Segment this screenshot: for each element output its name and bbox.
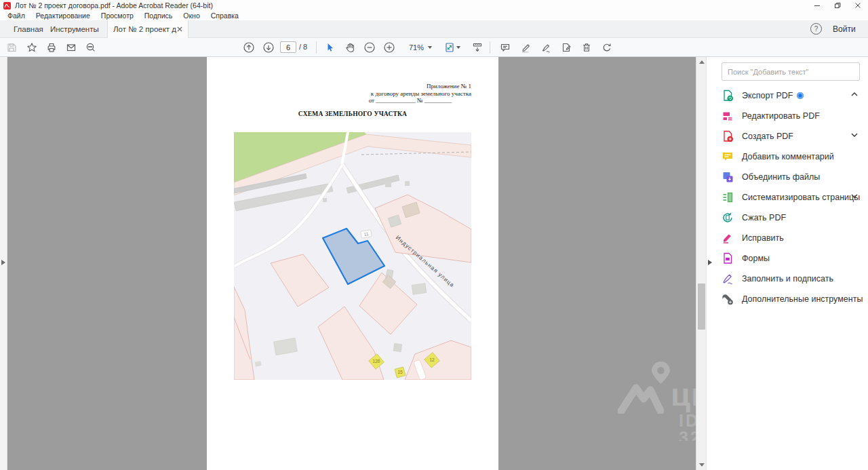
tool-organize-pages[interactable]: Систематизировать страницы bbox=[707, 187, 868, 208]
tool-label: Дополнительные инструменты bbox=[742, 294, 863, 304]
watermark-id-text: ID 32 bbox=[679, 412, 696, 441]
cian-watermark: циан ID 32 bbox=[612, 358, 696, 441]
scroll-up-icon[interactable] bbox=[696, 57, 707, 67]
page-title: СХЕМА ЗЕМЕЛЬНОГО УЧАСТКА bbox=[207, 111, 498, 117]
acrobat-reader-window: Лот № 2 проект договора.pdf - Adobe Acro… bbox=[0, 0, 868, 470]
refresh-icon[interactable] bbox=[599, 40, 615, 55]
zoom-level-dropdown[interactable]: 71% bbox=[404, 41, 437, 53]
tool-list: Экспорт PDF Редактировать PDF bbox=[707, 85, 868, 309]
building-label: 15 bbox=[395, 367, 406, 378]
export-pdf-icon bbox=[722, 90, 734, 102]
tab-close-icon[interactable] bbox=[177, 26, 182, 32]
window-title: Лот № 2 проект договора.pdf - Adobe Acro… bbox=[15, 1, 213, 9]
location-pin-icon bbox=[652, 361, 670, 384]
expand-left-panel-icon[interactable] bbox=[1, 260, 5, 265]
menu-file[interactable]: Файл bbox=[2, 12, 31, 20]
left-panel-strip bbox=[0, 57, 7, 470]
content-area: Приложение № 1 к договору аренды земельн… bbox=[0, 57, 868, 470]
tool-label: Систематизировать страницы bbox=[742, 193, 860, 202]
fit-width-icon[interactable] bbox=[469, 40, 486, 55]
minimize-icon[interactable] bbox=[807, 0, 827, 11]
delete-icon[interactable] bbox=[578, 40, 595, 55]
select-tool-icon[interactable] bbox=[321, 40, 338, 55]
pdf-page: Приложение № 1 к договору аренды земельн… bbox=[207, 57, 498, 470]
compress-pdf-icon bbox=[722, 212, 734, 224]
fill-sign-pen-icon bbox=[722, 273, 734, 285]
print-icon[interactable] bbox=[43, 40, 60, 55]
star-icon[interactable] bbox=[24, 40, 40, 55]
premium-badge bbox=[797, 92, 804, 99]
title-bar: Лот № 2 проект договора.pdf - Adobe Acro… bbox=[0, 0, 868, 11]
search-icon[interactable] bbox=[83, 40, 99, 55]
add-comment-icon[interactable] bbox=[497, 40, 513, 55]
menu-help[interactable]: Справка bbox=[205, 12, 244, 20]
save-icon[interactable] bbox=[3, 40, 20, 55]
tool-more-tools[interactable]: Дополнительные инструменты bbox=[707, 289, 868, 309]
tool-redact[interactable]: Исправить bbox=[707, 228, 868, 248]
sign-pen-icon[interactable] bbox=[538, 40, 554, 55]
help-glyph: ? bbox=[814, 25, 818, 33]
tool-label: Заполнить и подписать bbox=[742, 274, 833, 283]
svg-text:12: 12 bbox=[429, 357, 435, 362]
tool-combine-files[interactable]: Объединить файлы bbox=[707, 167, 868, 187]
hand-tool-icon[interactable] bbox=[342, 40, 358, 55]
menu-view[interactable]: Просмотр bbox=[96, 12, 139, 20]
help-icon[interactable]: ? bbox=[810, 23, 822, 35]
tools-sidebar: Экспорт PDF Редактировать PDF bbox=[706, 57, 868, 470]
tool-export-pdf[interactable]: Экспорт PDF bbox=[707, 85, 868, 106]
page-number-input[interactable]: 6 bbox=[280, 41, 296, 53]
edit-pdf-icon bbox=[722, 110, 734, 122]
menu-edit[interactable]: Редактирование bbox=[31, 12, 96, 20]
more-tools-icon bbox=[722, 293, 734, 305]
page-fit-dropdown-icon[interactable] bbox=[442, 40, 462, 55]
restore-icon[interactable] bbox=[827, 0, 848, 11]
organize-pages-icon bbox=[722, 191, 734, 203]
tool-create-pdf[interactable]: Создать PDF bbox=[707, 126, 868, 146]
document-background: Приложение № 1 к договору аренды земельн… bbox=[7, 57, 696, 470]
sign-in-label: Войти bbox=[833, 24, 856, 34]
tool-add-comment[interactable]: Добавить комментарий bbox=[707, 146, 868, 167]
next-page-icon[interactable] bbox=[260, 40, 277, 55]
tab-tools[interactable]: Инструменты bbox=[42, 20, 107, 38]
redact-pen-icon bbox=[722, 232, 734, 244]
close-icon[interactable] bbox=[848, 0, 868, 11]
chevron-down-icon bbox=[428, 46, 432, 49]
tool-compress-pdf[interactable]: Сжать PDF bbox=[707, 208, 868, 228]
scroll-down-icon[interactable] bbox=[696, 460, 707, 470]
zoom-in-icon[interactable] bbox=[381, 40, 397, 55]
tools-search-input[interactable] bbox=[722, 62, 860, 81]
tool-label: Исправить bbox=[742, 233, 784, 243]
appendix-line: к договору аренды земельного участка bbox=[302, 90, 471, 98]
svg-text:15: 15 bbox=[397, 370, 403, 374]
create-pdf-icon bbox=[722, 130, 734, 142]
vertical-scrollbar[interactable] bbox=[696, 57, 706, 470]
acrobat-app-icon bbox=[3, 2, 11, 9]
menu-window[interactable]: Окно bbox=[178, 12, 205, 20]
page-edit-icon[interactable] bbox=[558, 40, 574, 55]
tool-edit-pdf[interactable]: Редактировать PDF bbox=[707, 106, 868, 126]
tool-label: Экспорт PDF bbox=[742, 91, 793, 100]
sign-in-button[interactable]: Войти bbox=[833, 23, 856, 35]
email-icon[interactable] bbox=[63, 40, 79, 55]
highlight-pen-icon[interactable] bbox=[517, 40, 534, 55]
combine-files-icon bbox=[722, 171, 734, 183]
appendix-line: от _____________ № _________ bbox=[349, 97, 471, 104]
tab-bar: Главная Инструменты Лот № 2 проект д... … bbox=[0, 20, 868, 38]
chevron-down-icon[interactable] bbox=[850, 193, 859, 199]
zoom-level-value: 71% bbox=[409, 43, 424, 52]
zoom-out-icon[interactable] bbox=[361, 40, 378, 55]
chevron-down-icon[interactable] bbox=[850, 132, 859, 138]
forms-icon bbox=[722, 252, 734, 265]
tool-fill-sign[interactable]: Заполнить и подписать bbox=[707, 269, 868, 289]
tool-forms[interactable]: Формы bbox=[707, 248, 868, 269]
tab-tools-label: Инструменты bbox=[50, 25, 99, 33]
land-plot-map: 11 12б 15 12 bbox=[234, 132, 471, 380]
previous-page-icon[interactable] bbox=[241, 40, 257, 55]
tab-document[interactable]: Лот № 2 проект д... bbox=[107, 20, 189, 38]
scrollbar-thumb[interactable] bbox=[698, 283, 705, 330]
svg-text:12б: 12б bbox=[373, 359, 380, 364]
menu-sign[interactable]: Подпись bbox=[139, 12, 178, 20]
tool-label: Объединить файлы bbox=[742, 172, 820, 182]
chevron-up-icon[interactable] bbox=[850, 92, 859, 97]
tool-label: Формы bbox=[742, 254, 770, 263]
